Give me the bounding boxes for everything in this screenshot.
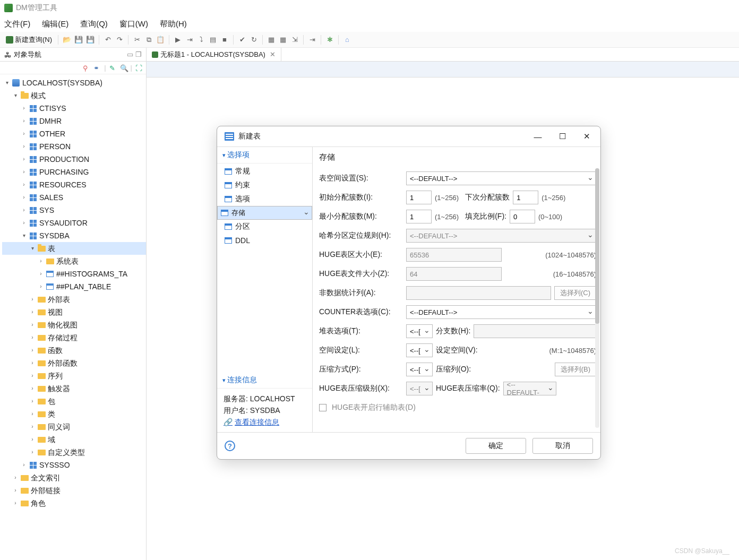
tree-folder[interactable]: 外部表 <box>48 293 70 306</box>
tree-schema[interactable]: PERSON <box>39 140 71 153</box>
cancel-button[interactable]: 取消 <box>532 438 593 454</box>
tree-schema[interactable]: SALES <box>39 191 63 204</box>
rollback-icon[interactable]: ↻ <box>248 35 259 45</box>
tree-schema[interactable]: PURCHASING <box>39 166 89 178</box>
tree-folder[interactable]: 域 <box>48 433 55 446</box>
filter-icon[interactable]: ⚲ <box>83 64 90 72</box>
object-tree[interactable]: ▾LOCALHOST(SYSDBA) ▾模式 ›CTISYS ›DMHR ›OT… <box>0 74 146 560</box>
menu-window[interactable]: 窗口(W) <box>119 19 148 29</box>
editor-tab[interactable]: 无标题1 - LOCALHOST(SYSDBA) ✕ <box>147 48 281 61</box>
tree-folder[interactable]: 物化视图 <box>48 318 78 331</box>
tree-schema[interactable]: CTISYS <box>39 102 66 115</box>
goto-end-icon[interactable]: ⇥ <box>307 35 317 45</box>
sidebar-section-conn[interactable]: 连接信息 <box>217 372 312 389</box>
menu-query[interactable]: 查询(Q) <box>80 19 108 29</box>
tree-folder[interactable]: 外部链接 <box>31 484 61 497</box>
fill-input[interactable] <box>510 210 535 223</box>
editor-content[interactable] <box>147 62 739 77</box>
expand-icon[interactable]: ⛶ <box>135 64 143 72</box>
tree-folder[interactable]: 存储过程 <box>48 331 78 344</box>
bug-icon[interactable]: ✱ <box>324 35 335 45</box>
grid2-icon[interactable]: ▦ <box>278 35 288 45</box>
copy-icon[interactable]: ⧉ <box>143 35 154 45</box>
side-item-constraint[interactable]: 约束 <box>217 178 312 192</box>
tree-folder[interactable]: 包 <box>48 395 55 408</box>
tree-folder[interactable]: 类 <box>48 408 55 420</box>
tree-table[interactable]: ##HISTOGRAMS_TA <box>56 268 127 280</box>
side-item-option[interactable]: 选项 <box>217 192 312 206</box>
select-comp-cols-button[interactable]: 选择列(B) <box>555 363 596 376</box>
side-item-general[interactable]: 常规 <box>217 165 312 178</box>
next-input[interactable] <box>513 191 538 204</box>
maximize-button[interactable]: ☐ <box>552 129 573 144</box>
tree-folder[interactable]: 函数 <box>48 344 63 357</box>
script-icon[interactable]: ▤ <box>208 35 218 45</box>
grid1-icon[interactable]: ▦ <box>266 35 277 45</box>
link-icon[interactable]: ⚭ <box>93 64 101 72</box>
new-query-button[interactable]: 新建查询(N) <box>3 34 55 46</box>
help-icon[interactable]: ? <box>225 441 235 451</box>
tree-schema[interactable]: OTHER <box>39 127 65 140</box>
debug-step-icon[interactable]: ⇥ <box>184 35 195 45</box>
side-item-ddl[interactable]: DDL <box>217 234 312 247</box>
dialog-scrollbar[interactable] <box>595 168 599 428</box>
comp-select[interactable]: <--[ <box>406 363 433 376</box>
tree-folder[interactable]: 自定义类型 <box>48 446 85 459</box>
tree-schema[interactable]: SYSAUDITOR <box>39 217 88 229</box>
edit-icon[interactable]: ✎ <box>109 64 117 72</box>
tree-schema[interactable]: RESOURCES <box>39 178 87 191</box>
tree-folder[interactable]: 视图 <box>48 306 63 318</box>
save-icon[interactable]: 💾 <box>73 35 84 45</box>
menu-help[interactable]: 帮助(H) <box>160 19 187 29</box>
restore-icon[interactable]: ❐ <box>135 50 142 58</box>
heap-select[interactable]: <--[ <box>406 324 433 338</box>
export-icon[interactable]: ⇲ <box>289 35 300 45</box>
tree-schema[interactable]: SYSSSO <box>39 459 70 471</box>
ok-button[interactable]: 确定 <box>466 438 526 454</box>
nav-tab[interactable]: 🖧 对象导航 ▭ ❐ <box>0 48 146 62</box>
init-input[interactable] <box>406 191 432 204</box>
select-cols-button[interactable]: 选择列(C) <box>554 286 596 300</box>
min-input[interactable] <box>406 210 432 223</box>
redo-icon[interactable]: ↷ <box>114 35 125 45</box>
tree-folder[interactable]: 同义词 <box>48 420 70 433</box>
run-icon[interactable]: ▶ <box>173 35 183 45</box>
counter-select[interactable]: <--DEFAULT--> <box>406 305 596 319</box>
menu-file[interactable]: 文件(F) <box>4 19 30 29</box>
tree-systables[interactable]: 系统表 <box>56 255 79 268</box>
search-icon[interactable]: 🔍 <box>120 64 127 72</box>
tree-table[interactable]: ##PLAN_TABLE <box>56 280 111 293</box>
view-connection-link[interactable]: 🔗查看连接信息 <box>224 416 306 428</box>
tree-root[interactable]: LOCALHOST(SYSDBA) <box>22 76 102 89</box>
side-item-partition[interactable]: 分区 <box>217 220 312 234</box>
side-item-storage[interactable]: 存储 <box>217 206 312 220</box>
undo-icon[interactable]: ↶ <box>102 35 113 45</box>
open-icon[interactable]: 📂 <box>62 35 72 45</box>
tree-folder[interactable]: 角色 <box>31 497 46 510</box>
tree-folder[interactable]: 触发器 <box>48 382 70 395</box>
tablespace-select[interactable]: <--DEFAULT--> <box>406 171 596 185</box>
sidebar-section-select[interactable]: 选择项 <box>217 147 312 163</box>
tree-schema[interactable]: DMHR <box>39 115 62 127</box>
cut-icon[interactable]: ✂ <box>132 35 142 45</box>
tree-folder[interactable]: 序列 <box>48 369 63 382</box>
tree-schema[interactable]: PRODUCTION <box>39 153 89 166</box>
stop-icon[interactable]: ■ <box>219 35 230 45</box>
minimize-button[interactable]: ― <box>527 129 548 144</box>
tree-table-folder[interactable]: 表 <box>48 242 55 255</box>
close-button[interactable]: ✕ <box>576 129 597 144</box>
minimize-icon[interactable]: ▭ <box>127 50 133 58</box>
tree-schema-folder[interactable]: 模式 <box>31 89 46 102</box>
tree-folder[interactable]: 外部函数 <box>48 357 78 369</box>
commit-icon[interactable]: ✔ <box>237 35 247 45</box>
debug-over-icon[interactable]: ⤵ <box>196 35 207 45</box>
menu-edit[interactable]: 编辑(E) <box>42 19 68 29</box>
close-tab-icon[interactable]: ✕ <box>270 50 276 58</box>
tree-schema[interactable]: SYS <box>39 204 54 217</box>
aux-checkbox[interactable] <box>319 404 326 411</box>
home-icon[interactable]: ⌂ <box>342 35 353 45</box>
paste-icon[interactable]: 📋 <box>155 35 166 45</box>
saveall-icon[interactable]: 💾 <box>85 35 96 45</box>
tree-folder[interactable]: 全文索引 <box>31 471 61 484</box>
space-select[interactable]: <--[ <box>406 343 433 357</box>
